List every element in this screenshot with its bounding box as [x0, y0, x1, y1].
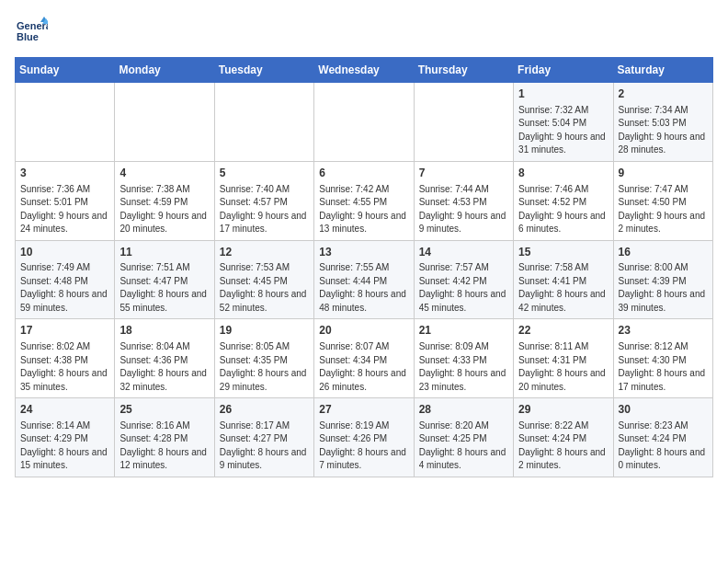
- weekday-header-saturday: Saturday: [613, 58, 712, 83]
- calendar-cell: 10Sunrise: 7:49 AM Sunset: 4:48 PM Dayli…: [16, 240, 115, 319]
- calendar-cell: [16, 83, 115, 162]
- day-info: Sunrise: 8:23 AM Sunset: 4:24 PM Dayligh…: [619, 419, 708, 473]
- day-number: 3: [20, 166, 109, 181]
- calendar-cell: 28Sunrise: 8:20 AM Sunset: 4:25 PM Dayli…: [414, 398, 513, 477]
- calendar-cell: 22Sunrise: 8:11 AM Sunset: 4:31 PM Dayli…: [514, 319, 613, 398]
- day-number: 12: [220, 245, 309, 260]
- day-info: Sunrise: 8:12 AM Sunset: 4:30 PM Dayligh…: [619, 340, 708, 394]
- calendar-cell: 5Sunrise: 7:40 AM Sunset: 4:57 PM Daylig…: [214, 161, 313, 240]
- calendar-cell: [414, 83, 513, 162]
- calendar-cell: 17Sunrise: 8:02 AM Sunset: 4:38 PM Dayli…: [16, 319, 115, 398]
- calendar-cell: 16Sunrise: 8:00 AM Sunset: 4:39 PM Dayli…: [613, 240, 712, 319]
- day-number: 2: [619, 86, 708, 102]
- day-info: Sunrise: 8:07 AM Sunset: 4:34 PM Dayligh…: [319, 340, 408, 394]
- calendar-cell: [214, 83, 313, 162]
- weekday-header-wednesday: Wednesday: [314, 58, 414, 83]
- day-info: Sunrise: 8:19 AM Sunset: 4:26 PM Dayligh…: [319, 419, 408, 473]
- day-info: Sunrise: 7:42 AM Sunset: 4:55 PM Dayligh…: [319, 183, 408, 236]
- calendar-cell: 7Sunrise: 7:44 AM Sunset: 4:53 PM Daylig…: [414, 161, 513, 240]
- calendar-cell: 6Sunrise: 7:42 AM Sunset: 4:55 PM Daylig…: [314, 161, 414, 240]
- day-info: Sunrise: 8:11 AM Sunset: 4:31 PM Dayligh…: [518, 340, 608, 394]
- calendar-table: SundayMondayTuesdayWednesdayThursdayFrid…: [15, 57, 713, 477]
- calendar-cell: 14Sunrise: 7:57 AM Sunset: 4:42 PM Dayli…: [414, 240, 513, 319]
- calendar-cell: 30Sunrise: 8:23 AM Sunset: 4:24 PM Dayli…: [613, 398, 712, 477]
- day-number: 4: [119, 166, 209, 181]
- day-number: 14: [419, 245, 508, 260]
- calendar-cell: 24Sunrise: 8:14 AM Sunset: 4:29 PM Dayli…: [16, 398, 115, 477]
- weekday-header-monday: Monday: [115, 58, 214, 83]
- day-info: Sunrise: 7:49 AM Sunset: 4:48 PM Dayligh…: [20, 261, 109, 315]
- calendar-cell: [115, 83, 214, 162]
- day-info: Sunrise: 8:05 AM Sunset: 4:35 PM Dayligh…: [220, 340, 309, 394]
- day-number: 27: [319, 402, 408, 418]
- day-number: 17: [20, 323, 109, 339]
- day-number: 13: [319, 245, 408, 260]
- calendar-cell: 8Sunrise: 7:46 AM Sunset: 4:52 PM Daylig…: [514, 161, 613, 240]
- calendar-cell: [314, 83, 414, 162]
- day-number: 20: [319, 323, 408, 339]
- calendar-cell: 21Sunrise: 8:09 AM Sunset: 4:33 PM Dayli…: [414, 319, 513, 398]
- day-info: Sunrise: 7:46 AM Sunset: 4:52 PM Dayligh…: [518, 183, 608, 236]
- day-number: 11: [119, 245, 209, 260]
- calendar-cell: 23Sunrise: 8:12 AM Sunset: 4:30 PM Dayli…: [613, 319, 712, 398]
- calendar-cell: 15Sunrise: 7:58 AM Sunset: 4:41 PM Dayli…: [514, 240, 613, 319]
- calendar-cell: 26Sunrise: 8:17 AM Sunset: 4:27 PM Dayli…: [214, 398, 313, 477]
- calendar-cell: 25Sunrise: 8:16 AM Sunset: 4:28 PM Dayli…: [115, 398, 214, 477]
- calendar-cell: 19Sunrise: 8:05 AM Sunset: 4:35 PM Dayli…: [214, 319, 313, 398]
- day-number: 1: [518, 86, 608, 102]
- day-info: Sunrise: 7:58 AM Sunset: 4:41 PM Dayligh…: [518, 261, 608, 315]
- calendar-cell: 9Sunrise: 7:47 AM Sunset: 4:50 PM Daylig…: [613, 161, 712, 240]
- day-number: 26: [220, 402, 309, 418]
- day-number: 10: [20, 245, 109, 260]
- day-number: 25: [119, 402, 209, 418]
- day-number: 6: [319, 166, 408, 181]
- logo-icon: General Blue: [15, 15, 48, 48]
- day-number: 5: [220, 166, 309, 181]
- day-info: Sunrise: 8:00 AM Sunset: 4:39 PM Dayligh…: [619, 261, 708, 315]
- day-number: 29: [518, 402, 608, 418]
- svg-text:Blue: Blue: [17, 31, 39, 42]
- day-number: 28: [419, 402, 508, 418]
- day-info: Sunrise: 7:32 AM Sunset: 5:04 PM Dayligh…: [518, 104, 608, 157]
- day-number: 15: [518, 245, 608, 260]
- calendar-cell: 13Sunrise: 7:55 AM Sunset: 4:44 PM Dayli…: [314, 240, 414, 319]
- day-info: Sunrise: 7:44 AM Sunset: 4:53 PM Dayligh…: [419, 183, 508, 236]
- day-info: Sunrise: 7:47 AM Sunset: 4:50 PM Dayligh…: [619, 183, 708, 236]
- day-info: Sunrise: 8:20 AM Sunset: 4:25 PM Dayligh…: [419, 419, 508, 473]
- calendar-cell: 18Sunrise: 8:04 AM Sunset: 4:36 PM Dayli…: [115, 319, 214, 398]
- logo: General Blue: [15, 15, 51, 48]
- day-info: Sunrise: 7:55 AM Sunset: 4:44 PM Dayligh…: [319, 261, 408, 315]
- day-info: Sunrise: 8:04 AM Sunset: 4:36 PM Dayligh…: [119, 340, 209, 394]
- weekday-header-tuesday: Tuesday: [214, 58, 313, 83]
- calendar-cell: 20Sunrise: 8:07 AM Sunset: 4:34 PM Dayli…: [314, 319, 414, 398]
- calendar-cell: 1Sunrise: 7:32 AM Sunset: 5:04 PM Daylig…: [514, 83, 613, 162]
- calendar-cell: 12Sunrise: 7:53 AM Sunset: 4:45 PM Dayli…: [214, 240, 313, 319]
- day-info: Sunrise: 7:38 AM Sunset: 4:59 PM Dayligh…: [119, 183, 209, 236]
- day-info: Sunrise: 7:36 AM Sunset: 5:01 PM Dayligh…: [20, 183, 109, 236]
- calendar-cell: 29Sunrise: 8:22 AM Sunset: 4:24 PM Dayli…: [514, 398, 613, 477]
- day-info: Sunrise: 8:02 AM Sunset: 4:38 PM Dayligh…: [20, 340, 109, 394]
- day-info: Sunrise: 7:40 AM Sunset: 4:57 PM Dayligh…: [220, 183, 309, 236]
- day-info: Sunrise: 8:22 AM Sunset: 4:24 PM Dayligh…: [518, 419, 608, 473]
- day-number: 8: [518, 166, 608, 181]
- day-info: Sunrise: 7:34 AM Sunset: 5:03 PM Dayligh…: [619, 104, 708, 157]
- day-info: Sunrise: 8:09 AM Sunset: 4:33 PM Dayligh…: [419, 340, 508, 394]
- calendar-cell: 2Sunrise: 7:34 AM Sunset: 5:03 PM Daylig…: [613, 83, 712, 162]
- calendar-cell: 11Sunrise: 7:51 AM Sunset: 4:47 PM Dayli…: [115, 240, 214, 319]
- day-number: 19: [220, 323, 309, 339]
- day-info: Sunrise: 8:17 AM Sunset: 4:27 PM Dayligh…: [220, 419, 309, 473]
- weekday-header-sunday: Sunday: [16, 58, 115, 83]
- day-number: 24: [20, 402, 109, 418]
- day-number: 18: [119, 323, 209, 339]
- day-number: 7: [419, 166, 508, 181]
- day-info: Sunrise: 8:14 AM Sunset: 4:29 PM Dayligh…: [20, 419, 109, 473]
- day-info: Sunrise: 8:16 AM Sunset: 4:28 PM Dayligh…: [119, 419, 209, 473]
- day-number: 23: [619, 323, 708, 339]
- day-number: 16: [619, 245, 708, 260]
- weekday-header-thursday: Thursday: [414, 58, 513, 83]
- day-number: 9: [619, 166, 708, 181]
- day-info: Sunrise: 7:53 AM Sunset: 4:45 PM Dayligh…: [220, 261, 309, 315]
- day-number: 30: [619, 402, 708, 418]
- weekday-header-friday: Friday: [514, 58, 613, 83]
- calendar-cell: 4Sunrise: 7:38 AM Sunset: 4:59 PM Daylig…: [115, 161, 214, 240]
